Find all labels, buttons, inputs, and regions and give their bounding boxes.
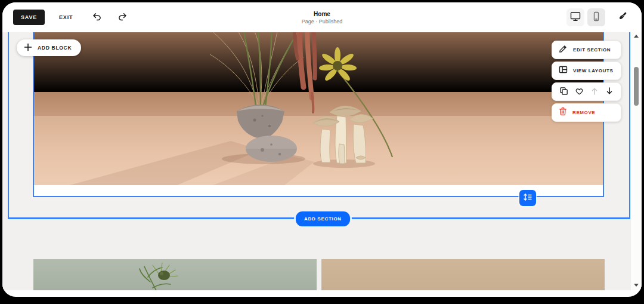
page-title: Home — [302, 11, 343, 17]
hero-image — [34, 32, 603, 196]
remove-section-label: REMOVE — [572, 110, 595, 115]
section-actions-row — [552, 82, 621, 101]
desktop-preview-button[interactable] — [566, 8, 584, 26]
editor-window: SAVE EXIT Home — [2, 2, 642, 297]
section-spacing-handle[interactable] — [519, 190, 536, 206]
page-canvas: ADD BLOCK EDIT SECTION — [2, 32, 642, 290]
duplicate-icon — [559, 87, 568, 97]
site-styles-button[interactable] — [614, 8, 631, 27]
move-section-up-button[interactable] — [590, 87, 599, 97]
scroll-up-arrow[interactable] — [634, 35, 639, 38]
redo-button[interactable] — [115, 10, 130, 25]
gallery-image-left[interactable] — [33, 259, 317, 290]
arrow-up-icon — [590, 87, 599, 97]
trash-icon — [559, 107, 567, 118]
hero-section[interactable] — [33, 32, 604, 197]
edit-section-button[interactable]: EDIT SECTION — [552, 41, 621, 59]
mobile-preview-button[interactable] — [587, 8, 605, 26]
edit-section-label: EDIT SECTION — [573, 47, 611, 53]
pencil-icon — [559, 44, 568, 56]
remove-section-button[interactable]: REMOVE — [552, 103, 621, 122]
page-status: Page · Published — [302, 19, 343, 24]
mobile-icon — [592, 11, 601, 23]
redo-icon — [117, 12, 128, 23]
duplicate-section-button[interactable] — [559, 87, 568, 97]
scroll-down-arrow[interactable] — [634, 284, 639, 287]
desktop-icon — [570, 11, 581, 23]
undo-button[interactable] — [89, 10, 104, 25]
editor-toolbar: SAVE EXIT Home — [2, 2, 642, 32]
view-layouts-button[interactable]: VIEW LAYOUTS — [552, 62, 621, 80]
section-options-menu: EDIT SECTION VIEW LAYOUTS — [552, 41, 621, 122]
arrow-down-icon — [605, 87, 614, 97]
gallery-image-right[interactable] — [321, 259, 605, 290]
scrollbar-thumb[interactable] — [634, 67, 639, 106]
exit-button[interactable]: EXIT — [59, 14, 73, 20]
undo-icon — [92, 12, 102, 23]
page-breadcrumb: Home Page · Published — [302, 11, 343, 24]
plus-icon — [24, 43, 32, 53]
move-section-down-button[interactable] — [605, 87, 614, 97]
favorite-section-button[interactable] — [575, 87, 584, 97]
add-section-button[interactable]: ADD SECTION — [296, 211, 350, 226]
section-spacing-icon — [522, 192, 533, 204]
paintbrush-icon — [616, 10, 628, 24]
add-block-label: ADD BLOCK — [38, 45, 72, 51]
add-block-button[interactable]: ADD BLOCK — [17, 39, 81, 56]
save-button[interactable]: SAVE — [13, 10, 45, 25]
heart-icon — [575, 87, 584, 97]
view-layouts-label: VIEW LAYOUTS — [573, 68, 613, 73]
view-layouts-icon — [559, 65, 568, 76]
vertical-scrollbar[interactable] — [631, 32, 642, 290]
